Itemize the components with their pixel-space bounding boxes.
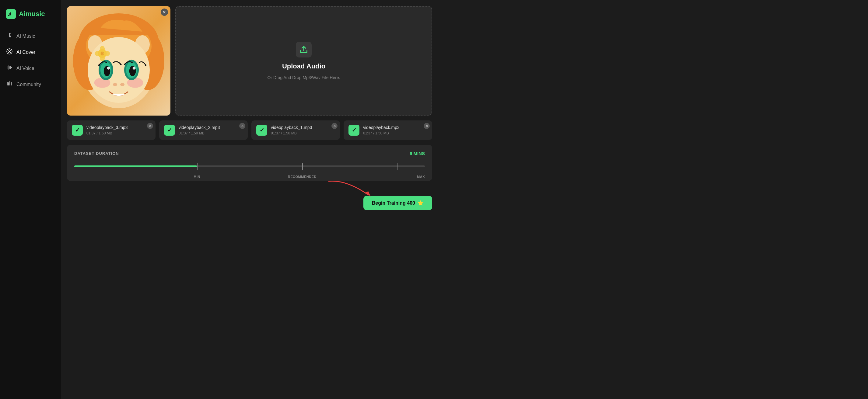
- slider-fill: [74, 165, 197, 167]
- file-meta-0: 01:37 / 1.50 MB: [87, 131, 127, 135]
- red-arrow: [322, 177, 383, 201]
- svg-point-36: [145, 64, 146, 66]
- svg-point-32: [133, 67, 136, 70]
- file-close-2[interactable]: ✕: [332, 123, 338, 129]
- svg-rect-11: [7, 82, 8, 86]
- file-close-1[interactable]: ✕: [239, 123, 245, 129]
- sidebar-item-community[interactable]: Community: [0, 76, 61, 93]
- content-area: ✕ Upload Audio Or Drag And Drop Mp3/Wav …: [67, 6, 432, 210]
- slider-container[interactable]: [74, 160, 425, 172]
- svg-rect-14: [11, 82, 12, 86]
- sidebar-item-ai-voice[interactable]: AI Voice: [0, 60, 61, 76]
- file-card-1: ✓ videoplayback_2.mp3 01:37 / 1.50 MB ✕: [159, 121, 248, 140]
- check-icon-3: ✓: [352, 127, 356, 134]
- file-meta-1: 01:37 / 1.50 MB: [179, 131, 220, 135]
- svg-point-38: [120, 83, 124, 86]
- label-min: MIN: [193, 175, 200, 178]
- svg-rect-12: [8, 82, 9, 86]
- dataset-label: DATASET DURATION: [74, 151, 119, 156]
- svg-rect-5: [7, 67, 7, 68]
- image-preview: [67, 6, 170, 115]
- files-row: ✓ videoplayback_3.mp3 01:37 / 1.50 MB ✕ …: [67, 121, 432, 140]
- file-info-0: videoplayback_3.mp3 01:37 / 1.50 MB: [87, 125, 127, 135]
- svg-point-42: [100, 55, 105, 61]
- waveform-icon: [6, 64, 13, 72]
- svg-point-41: [100, 46, 105, 53]
- max-marker: [397, 163, 398, 170]
- svg-point-37: [113, 83, 117, 86]
- file-close-3[interactable]: ✕: [424, 123, 430, 129]
- file-name-3: videoplayback.mp3: [363, 125, 400, 130]
- dataset-value: 6 MINS: [410, 151, 425, 156]
- file-name-1: videoplayback_2.mp3: [179, 125, 220, 130]
- upload-icon-box: [296, 42, 312, 58]
- logo-icon: [6, 9, 16, 19]
- file-check-2: ✓: [256, 125, 267, 136]
- dataset-section: DATASET DURATION 6 MINS MIN RECOMMENDED …: [67, 145, 432, 181]
- file-check-3: ✓: [348, 125, 360, 136]
- logo-text: Aimusic: [19, 10, 45, 18]
- svg-point-44: [103, 51, 110, 56]
- dataset-header: DATASET DURATION 6 MINS: [74, 151, 425, 156]
- label-max: MAX: [417, 175, 425, 178]
- svg-rect-10: [11, 67, 12, 68]
- svg-rect-8: [9, 66, 10, 69]
- file-card-3: ✓ videoplayback.mp3 01:37 / 1.50 MB ✕: [344, 121, 432, 140]
- svg-point-1: [9, 14, 11, 15]
- label-recommended: RECOMMENDED: [288, 175, 316, 178]
- file-meta-2: 01:37 / 1.50 MB: [271, 131, 312, 135]
- file-card-2: ✓ videoplayback_1.mp3 01:37 / 1.50 MB ✕: [251, 121, 340, 140]
- pony-image: [67, 6, 170, 115]
- sidebar: Aimusic AI Music AI Cover: [0, 0, 61, 399]
- image-upload-box[interactable]: ✕: [67, 6, 170, 115]
- sidebar-item-ai-cover[interactable]: AI Cover: [0, 44, 61, 60]
- sidebar-label-ai-music: AI Music: [17, 33, 35, 39]
- slider-track: [74, 165, 425, 167]
- upload-icon: [300, 45, 308, 54]
- svg-point-22: [88, 37, 150, 103]
- check-icon-0: ✓: [75, 127, 80, 134]
- file-check-0: ✓: [72, 125, 83, 136]
- min-marker: [197, 163, 197, 170]
- file-info-2: videoplayback_1.mp3 01:37 / 1.50 MB: [271, 125, 312, 135]
- upload-subtitle: Or Drag And Drop Mp3/Wav File Here.: [267, 75, 340, 80]
- svg-point-43: [95, 51, 101, 56]
- file-name-0: videoplayback_3.mp3: [87, 125, 127, 130]
- svg-point-33: [98, 64, 100, 66]
- svg-rect-6: [8, 66, 8, 69]
- audio-upload-box[interactable]: Upload Audio Or Drag And Drop Mp3/Wav Fi…: [175, 6, 432, 115]
- check-icon-2: ✓: [259, 127, 264, 134]
- file-name-2: videoplayback_1.mp3: [271, 125, 312, 130]
- file-info-1: videoplayback_2.mp3 01:37 / 1.50 MB: [179, 125, 220, 135]
- main-content: ✕ Upload Audio Or Drag And Drop Mp3/Wav …: [61, 0, 868, 399]
- svg-point-4: [9, 51, 10, 52]
- sidebar-label-ai-voice: AI Voice: [17, 66, 34, 71]
- bars-icon: [6, 80, 13, 88]
- svg-point-31: [107, 67, 110, 70]
- vinyl-icon: [6, 48, 13, 56]
- file-info-3: videoplayback.mp3 01:37 / 1.50 MB: [363, 125, 400, 135]
- file-card-0: ✓ videoplayback_3.mp3 01:37 / 1.50 MB ✕: [67, 121, 156, 140]
- svg-rect-9: [10, 66, 11, 69]
- sidebar-label-community: Community: [17, 82, 41, 87]
- file-close-0[interactable]: ✕: [147, 123, 153, 129]
- file-check-1: ✓: [164, 125, 175, 136]
- svg-point-34: [120, 64, 122, 65]
- recommended-marker: [302, 163, 303, 170]
- upload-title: Upload Audio: [282, 62, 326, 70]
- arrow-container: Begin Training 400 ⭐: [67, 186, 432, 210]
- sidebar-item-ai-music[interactable]: AI Music: [0, 28, 61, 44]
- check-icon-1: ✓: [167, 127, 172, 134]
- logo: Aimusic: [0, 6, 61, 28]
- star-icon: ⭐: [417, 200, 424, 206]
- svg-rect-7: [8, 65, 9, 70]
- image-close-button[interactable]: ✕: [161, 8, 168, 16]
- music-icon: [6, 32, 13, 40]
- svg-rect-13: [9, 81, 10, 86]
- file-meta-3: 01:37 / 1.50 MB: [363, 131, 400, 135]
- svg-point-0: [8, 15, 9, 16]
- top-row: ✕ Upload Audio Or Drag And Drop Mp3/Wav …: [67, 6, 432, 115]
- begin-btn-label: Begin Training 400: [372, 200, 415, 206]
- svg-point-35: [124, 64, 125, 65]
- sidebar-label-ai-cover: AI Cover: [17, 49, 35, 55]
